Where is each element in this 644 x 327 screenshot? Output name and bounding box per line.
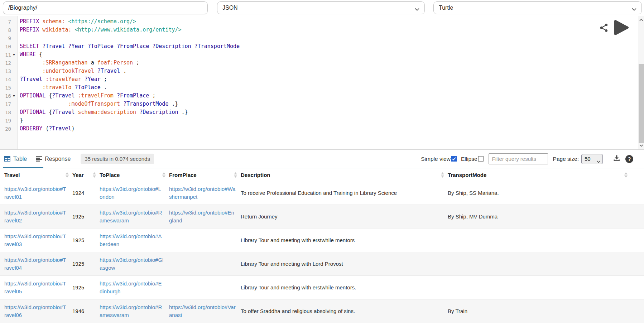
query-editor[interactable]: 7891011▾1213141516▾17181920 PREFIX schem… <box>0 16 644 150</box>
cell-to-link[interactable]: https://w3id.org/ontobio#Aberdeen <box>100 232 169 248</box>
line-number: 15 <box>0 85 11 91</box>
ellipse-label: Ellipse <box>461 156 477 162</box>
cell-travel-link[interactable]: https://w3id.org/ontobio#Travel01 <box>4 185 72 201</box>
cell-to-link[interactable]: https://w3id.org/ontobio#Edinburgh <box>100 280 169 295</box>
tab-response[interactable]: Response <box>36 150 71 168</box>
fold-arrow-icon[interactable]: ▾ <box>11 51 17 59</box>
line-number: 16 <box>0 93 11 99</box>
code-token-pl <box>85 43 88 49</box>
sparql-editor-app: JSON Turtle 7891011▾1213141516▾17181920 … <box>0 0 644 327</box>
page-size-label: Page size: <box>553 156 579 162</box>
cell-travel-link[interactable]: https://w3id.org/ontobio#Travel02 <box>4 209 72 225</box>
code-line[interactable]: ORDERBY (?Travel) <box>20 125 638 133</box>
code-token-iri: <http://www.wikidata.org/entity/> <box>75 27 182 33</box>
column-header-travel[interactable]: Travel <box>4 172 72 178</box>
format-select[interactable]: JSON <box>217 1 425 14</box>
line-number: 13 <box>0 68 11 74</box>
cell-to-link[interactable]: https://w3id.org/ontobio#Rameswaram <box>100 303 169 319</box>
question-mark-icon: ? <box>628 156 631 162</box>
table-row: https://w3id.org/ontobio#Travel011924htt… <box>0 181 644 205</box>
code-line[interactable]: :SRRanganathan a foaf:Person ; <box>20 59 638 67</box>
column-header-toplace[interactable]: ToPlace <box>100 172 169 178</box>
results-summary: 35 results in 0.074 seconds <box>81 154 154 164</box>
code-token-pn: wikidata: <box>42 27 71 33</box>
code-line[interactable]: WHERE { <box>20 51 638 59</box>
page-size-select[interactable]: 50 <box>581 154 603 164</box>
scrollbar-thumb[interactable] <box>639 64 644 143</box>
column-header-transportmode[interactable]: TransportMode <box>448 172 631 178</box>
code-line[interactable]: OPTIONAL {?Travel :travelFrom ?FromPlace… <box>20 92 638 100</box>
share-query-button[interactable] <box>599 23 609 33</box>
code-token-kw: WHERE <box>20 51 36 58</box>
code-token-pl <box>149 43 152 49</box>
code-line[interactable]: SELECT ?Travel ?Year ?ToPlace ?FromPlace… <box>20 42 638 51</box>
cell-travel-link[interactable]: https://w3id.org/ontobio#Travel05 <box>4 280 72 295</box>
endpoint-input[interactable] <box>3 1 208 14</box>
cell-year: 1924 <box>72 189 100 197</box>
code-token-var: ?Travel <box>49 125 71 132</box>
column-header-description[interactable]: Description <box>241 172 448 178</box>
gutter-line: 18 <box>0 108 17 116</box>
code-token-var: ?Travel <box>52 92 75 99</box>
share-icon <box>600 24 607 32</box>
cell-to-link[interactable]: https://w3id.org/ontobio#Rameswaram <box>100 209 169 225</box>
gutter-line: 13 <box>0 67 17 75</box>
cell-to-link[interactable]: https://w3id.org/ontobio#London <box>100 185 169 201</box>
table-row: https://w3id.org/ontobio#Travel021925htt… <box>0 205 644 229</box>
check-icon <box>452 157 456 160</box>
gutter-line: 8 <box>0 26 17 34</box>
cell-travel-link[interactable]: https://w3id.org/ontobio#Travel03 <box>4 232 72 248</box>
cell-from-link[interactable]: https://w3id.org/ontobio#Washermanpet <box>169 185 241 201</box>
cell-mode: By Train <box>448 307 631 315</box>
cell-travel-link[interactable]: https://w3id.org/ontobio#Travel04 <box>4 256 72 272</box>
code-token-pn: foaf:Person <box>97 59 133 66</box>
code-token-pn: schema:description <box>78 109 136 115</box>
simple-view-checkbox[interactable] <box>451 156 457 162</box>
column-header-year[interactable]: Year <box>72 172 100 178</box>
code-line[interactable] <box>20 34 638 42</box>
code-token-kw: ORDERBY <box>20 125 42 132</box>
graph-select[interactable]: Turtle <box>433 1 642 14</box>
column-header-fromplace[interactable]: FromPlace <box>169 172 241 178</box>
cell-desc: Library Tour and meeting with Lord Provo… <box>241 260 448 268</box>
scroll-up-arrow-icon[interactable] <box>638 17 644 23</box>
gutter-line: 11▾ <box>0 51 17 59</box>
code-line[interactable]: } <box>20 116 638 125</box>
column-header-label: ToPlace <box>100 172 120 178</box>
filter-results-input[interactable] <box>489 153 548 164</box>
code-token-pl: { <box>36 51 42 58</box>
code-token-pn: :undertookTravel <box>42 68 94 74</box>
ellipse-checkbox[interactable] <box>478 156 484 162</box>
code-token-pl <box>81 76 85 82</box>
code-line[interactable]: PREFIX wikidata: <http://www.wikidata.or… <box>20 26 638 34</box>
cell-year: 1946 <box>72 307 100 315</box>
cell-from-link[interactable]: https://w3id.org/ontobio#Varanasi <box>169 303 241 319</box>
code-line[interactable]: PREFIX schema: <https://schema.org/> <box>20 18 638 26</box>
code-token-var: ?FromPlace <box>117 92 149 99</box>
cell-from-link[interactable]: https://w3id.org/ontobio#England <box>169 209 241 225</box>
cell-travel-link[interactable]: https://w3id.org/ontobio#Travel06 <box>4 303 72 319</box>
code-line[interactable]: :undertookTravel ?Travel . <box>20 67 638 75</box>
code-line[interactable]: :travelTo ?ToPlace . <box>20 83 638 92</box>
run-query-button[interactable] <box>614 20 629 35</box>
chevron-down-icon <box>632 6 636 13</box>
results-table-body: https://w3id.org/ontobio#Travel011924htt… <box>0 181 644 323</box>
cell-desc: Return Journey <box>241 213 448 221</box>
gutter-line: 7 <box>0 18 17 26</box>
cell-to-link[interactable]: https://w3id.org/ontobio#Glasgow <box>100 256 169 272</box>
code-line[interactable]: ?Travel :travelYear ?Year ; <box>20 75 638 83</box>
help-button[interactable]: ? <box>625 155 633 163</box>
table-controls: Simple view Ellipse Page size: 50 <box>421 153 633 164</box>
download-results-button[interactable] <box>613 154 620 163</box>
table-row: https://w3id.org/ontobio#Travel061946htt… <box>0 299 644 323</box>
code-lines[interactable]: PREFIX schema: <https://schema.org/>PREF… <box>18 16 638 149</box>
scroll-down-arrow-icon[interactable] <box>638 143 644 149</box>
fold-arrow-icon[interactable]: ▾ <box>11 92 17 100</box>
code-line[interactable]: OPTIONAL {?Travel schema:description ?De… <box>20 108 638 116</box>
tab-table[interactable]: Table <box>4 150 27 168</box>
code-line[interactable]: :modeOfTransport ?TransportMode .} <box>20 100 638 108</box>
line-number: 9 <box>0 35 11 41</box>
code-token-kw: OPTIONAL <box>20 109 45 115</box>
editor-scrollbar[interactable] <box>638 16 644 149</box>
code-token-pl <box>114 92 117 99</box>
